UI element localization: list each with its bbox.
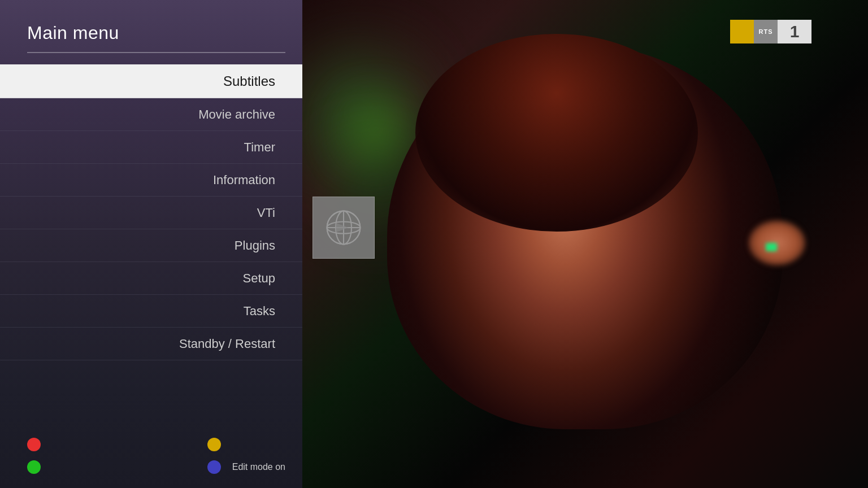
scene-green-light <box>766 243 777 251</box>
menu-item-setup[interactable]: Setup <box>0 262 302 295</box>
menu-item-label-tasks: Tasks <box>244 304 275 319</box>
menu-item-label-subtitles: Subtitles <box>223 73 275 89</box>
bokeh-green-3 <box>348 102 404 158</box>
menu-item-label-timer: Timer <box>244 140 275 155</box>
menu-item-tasks[interactable]: Tasks <box>0 295 302 328</box>
menu-item-vti[interactable]: VTi <box>0 197 302 229</box>
footer-red-row <box>27 438 97 451</box>
channel-rts-badge: RTS <box>754 20 778 43</box>
blue-button[interactable] <box>207 460 221 474</box>
menu-item-movie-archive[interactable]: Movie archive <box>0 98 302 131</box>
green-button[interactable] <box>27 460 41 474</box>
sidebar-footer: Edit mode on <box>0 426 302 488</box>
tv-background <box>302 0 868 488</box>
menu-item-label-movie-archive: Movie archive <box>198 107 275 122</box>
menu-item-plugins[interactable]: Plugins <box>0 229 302 262</box>
sidebar: Main menu Subtitles Movie archive Timer … <box>0 0 302 488</box>
footer-yellow-row <box>207 438 285 451</box>
footer-green-row <box>27 460 97 474</box>
red-button[interactable] <box>27 438 41 451</box>
sidebar-header: Main menu <box>0 0 302 64</box>
globe-icon <box>324 208 363 247</box>
edit-mode-label: Edit mode on <box>232 462 285 472</box>
channel-number: 1 <box>778 20 811 43</box>
footer-right-col: Edit mode on <box>207 438 285 474</box>
channel-logo: RTS 1 <box>730 20 811 43</box>
menu-item-label-vti: VTi <box>257 206 275 220</box>
footer-left-col <box>27 438 97 474</box>
menu-item-subtitles[interactable]: Subtitles <box>0 64 302 98</box>
menu-item-label-setup: Setup <box>243 271 276 286</box>
menu-item-standby-restart[interactable]: Standby / Restart <box>0 328 302 360</box>
menu-item-label-information: Information <box>213 173 275 188</box>
menu-list: Subtitles Movie archive Timer Informatio… <box>0 64 302 426</box>
channel-square <box>730 20 754 43</box>
main-menu-title: Main menu <box>27 23 285 53</box>
scene-ear <box>749 220 805 265</box>
globe-icon-overlay <box>313 197 375 259</box>
menu-item-timer[interactable]: Timer <box>0 131 302 164</box>
menu-item-label-standby-restart: Standby / Restart <box>179 337 275 351</box>
yellow-button[interactable] <box>207 438 221 451</box>
footer-blue-row: Edit mode on <box>207 460 285 474</box>
scene-hair <box>415 34 698 232</box>
menu-item-information[interactable]: Information <box>0 164 302 197</box>
menu-item-label-plugins: Plugins <box>235 238 275 253</box>
